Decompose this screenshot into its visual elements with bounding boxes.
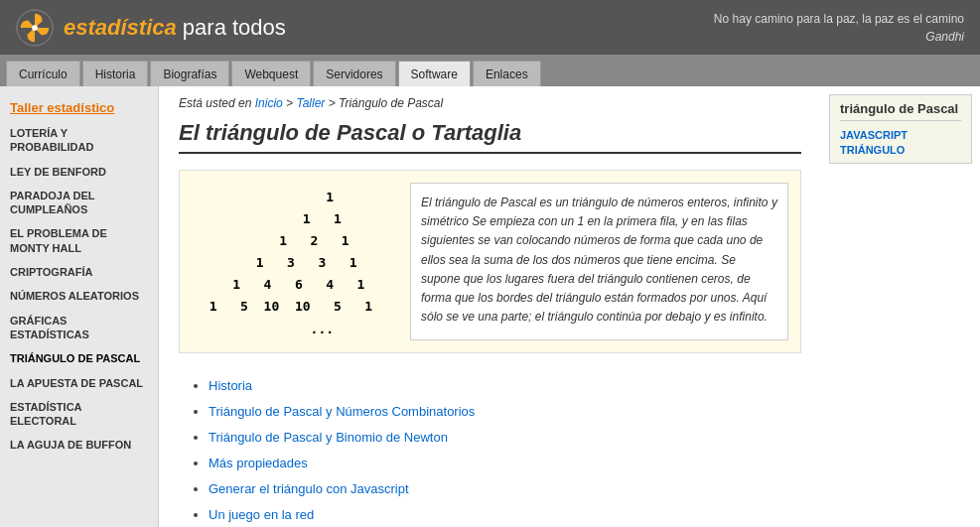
list-item: Historia	[209, 373, 801, 399]
header: estadística para todos No hay camino par…	[0, 0, 980, 55]
sidebar-item-numeros[interactable]: NÚMEROS ALEATORIOS	[0, 284, 158, 308]
quote-line1: No hay camino para la paz, la paz es el …	[714, 10, 964, 28]
breadcrumb: Está usted en Inicio > Taller > Triángul…	[179, 96, 801, 110]
svg-point-1	[32, 25, 38, 31]
breadcrumb-taller[interactable]: Taller	[296, 96, 325, 110]
sidebar-item-loteria[interactable]: LOTERÍA Y PROBABILIDAD	[0, 121, 158, 160]
list-item: Más propiedades	[209, 451, 801, 476]
right-box: triángulo de Pascal JAVASCRIPT TRIÁNGULO	[829, 94, 972, 164]
list-item: Triángulo de Pascal y Números Combinator…	[209, 399, 801, 425]
breadcrumb-suffix: > Triángulo de Pascal	[325, 96, 443, 110]
navbar: Currículo Historia Biografías Webquest S…	[0, 55, 980, 86]
sidebar-item-benford[interactable]: LEY DE BENFORD	[0, 160, 158, 184]
breadcrumb-sep1: >	[283, 96, 297, 110]
logo-text: estadística para todos	[64, 15, 286, 41]
nav-tab-webquest[interactable]: Webquest	[231, 61, 311, 86]
sidebar-item-electoral[interactable]: ESTADÍSTICA ELECTORAL	[0, 395, 158, 434]
sidebar-item-paradoja[interactable]: PARADOJA DEL CUMPLEAÑOS	[0, 184, 158, 222]
right-sidebar: triángulo de Pascal JAVASCRIPT TRIÁNGULO	[821, 86, 980, 527]
list-item: Un juego en la red	[209, 502, 801, 527]
page-title: El triángulo de Pascal o Tartaglia	[179, 120, 801, 154]
sidebar-item-buffon[interactable]: LA AGUJA DE BUFFON	[0, 433, 158, 457]
link-historia[interactable]: Historia	[209, 378, 252, 393]
link-propiedades[interactable]: Más propiedades	[209, 456, 308, 470]
sidebar-item-criptografia[interactable]: CRIPTOGRAFÍA	[0, 260, 158, 284]
sidebar-item-apuesta[interactable]: LA APUESTA DE PASCAL	[0, 371, 158, 395]
sidebar-item-monty[interactable]: EL PROBLEMA DE MONTY HALL	[0, 221, 158, 260]
main-layout: Taller estadístico LOTERÍA Y PROBABILIDA…	[0, 86, 980, 527]
sidebar: Taller estadístico LOTERÍA Y PROBABILIDA…	[0, 86, 159, 527]
logo-estadistica: estadística	[64, 15, 177, 40]
content: Está usted en Inicio > Taller > Triángul…	[159, 86, 821, 527]
nav-tab-biografias[interactable]: Biografías	[150, 61, 229, 86]
nav-tab-servidores[interactable]: Servidores	[313, 61, 395, 86]
link-juego[interactable]: Un juego en la red	[209, 507, 314, 522]
links-list: Historia Triángulo de Pascal y Números C…	[179, 373, 801, 527]
triangle-display: 1 1 1 1 2 1 1 3 3 1 1 4 6 4 1 1 5 10 10 …	[192, 183, 390, 340]
link-combinatorios[interactable]: Triángulo de Pascal y Números Combinator…	[209, 404, 475, 419]
pascal-section: 1 1 1 1 2 1 1 3 3 1 1 4 6 4 1 1 5 10 10 …	[179, 170, 801, 353]
sidebar-title[interactable]: Taller estadístico	[0, 94, 158, 121]
quote-line2: Gandhi	[714, 28, 964, 46]
link-javascript[interactable]: Generar el triángulo con Javascript	[209, 481, 409, 496]
nav-tab-software[interactable]: Software	[398, 61, 471, 86]
breadcrumb-prefix: Está usted en	[179, 96, 255, 110]
list-item: Generar el triángulo con Javascript	[209, 476, 801, 502]
nav-tab-historia[interactable]: Historia	[82, 61, 149, 86]
sidebar-item-triangulo[interactable]: TRIÁNGULO DE PASCAL	[0, 346, 158, 370]
logo-area: estadística para todos	[16, 9, 286, 47]
right-box-title: triángulo de Pascal	[840, 101, 961, 121]
nav-tab-curriculo[interactable]: Currículo	[6, 61, 80, 86]
sidebar-item-graficas[interactable]: GRÁFICAS ESTADÍSTICAS	[0, 309, 158, 347]
triangle-description: El triángulo de Pascal es un triángulo d…	[410, 183, 788, 340]
list-item: Triángulo de Pascal y Binomio de Newton	[209, 425, 801, 451]
link-binomio[interactable]: Triángulo de Pascal y Binomio de Newton	[209, 430, 448, 445]
right-box-javascript-link[interactable]: JAVASCRIPT TRIÁNGULO	[840, 129, 908, 156]
logo-icon	[16, 9, 54, 47]
breadcrumb-inicio[interactable]: Inicio	[255, 96, 283, 110]
header-quote: No hay camino para la paz, la paz es el …	[714, 10, 964, 46]
nav-tab-enlaces[interactable]: Enlaces	[473, 61, 541, 86]
logo-para-todos: para todos	[177, 15, 286, 40]
